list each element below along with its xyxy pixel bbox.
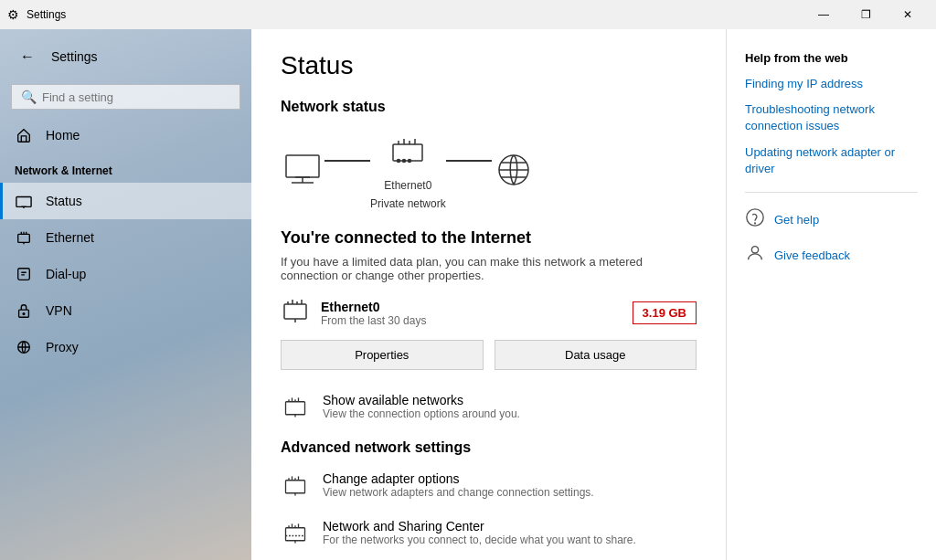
change-adapter-title: Change adapter options (323, 471, 594, 486)
home-icon (15, 126, 33, 144)
advanced-title: Advanced network settings (281, 439, 697, 456)
svg-point-6 (23, 313, 25, 315)
ethernet-sub: From the last 30 days (321, 314, 426, 327)
router-device: Ethernet0 Private network (370, 130, 446, 210)
ethernet-device-label: Ethernet0 (384, 179, 431, 192)
computer-device (281, 148, 324, 192)
sharing-center-text: Network and Sharing Center For the netwo… (323, 519, 636, 546)
svg-rect-3 (18, 234, 30, 242)
search-box[interactable]: 🔍 (11, 84, 240, 110)
search-icon: 🔍 (21, 90, 37, 104)
svg-rect-40 (286, 528, 305, 541)
title-bar-title: Settings (27, 8, 66, 21)
svg-rect-22 (284, 304, 306, 319)
ethernet-name: Ethernet0 (321, 300, 426, 314)
show-networks-title: Show available networks (323, 393, 520, 407)
sidebar-header: ← Settings (0, 29, 251, 77)
change-adapter-icon (281, 470, 310, 500)
dialup-icon (15, 265, 33, 283)
svg-rect-34 (286, 481, 305, 493)
svg-rect-0 (16, 197, 31, 207)
right-panel: Help from the web Finding my IP address … (726, 29, 936, 560)
sidebar-item-home-label: Home (46, 128, 80, 143)
get-help-action[interactable]: Get help (745, 207, 918, 232)
connected-desc: If you have a limited data plan, you can… (281, 255, 697, 282)
change-adapter-sub: View network adapters and change connect… (323, 486, 594, 499)
sidebar-item-ethernet-label: Ethernet (46, 230, 94, 245)
help-title: Help from the web (745, 51, 918, 65)
network-status-title: Network status (281, 99, 697, 115)
svg-rect-12 (393, 144, 422, 161)
get-help-icon (745, 207, 765, 232)
help-link-ip[interactable]: Finding my IP address (745, 76, 918, 92)
button-row: Properties Data usage (281, 340, 697, 370)
connected-title: You're connected to the Internet (281, 228, 697, 248)
maximize-button[interactable]: ❐ (845, 0, 887, 29)
sidebar-item-vpn-label: VPN (46, 303, 72, 318)
show-networks-item[interactable]: Show available networks View the connect… (281, 392, 697, 421)
title-bar: ⚙ Settings — ❐ ✕ (0, 0, 936, 29)
svg-point-48 (755, 223, 756, 224)
svg-rect-28 (286, 402, 305, 415)
get-help-label: Get help (774, 213, 819, 227)
sidebar-item-proxy-label: Proxy (46, 340, 79, 354)
show-networks-sub: View the connection options around you. (323, 407, 520, 420)
back-button[interactable]: ← (15, 44, 40, 69)
change-adapter-text: Change adapter options View network adap… (323, 471, 594, 499)
data-usage-button[interactable]: Data usage (495, 340, 697, 370)
help-link-driver[interactable]: Updating network adapter or driver (745, 144, 918, 177)
main-panel: Status Network status (251, 29, 726, 560)
svg-point-49 (751, 247, 758, 253)
sidebar-item-ethernet[interactable]: Ethernet (0, 219, 251, 256)
sidebar-item-status[interactable]: Status (0, 183, 251, 219)
give-feedback-icon (745, 243, 765, 268)
vpn-icon (15, 301, 33, 320)
sidebar-item-status-label: Status (46, 194, 82, 208)
sidebar-item-proxy[interactable]: Proxy (0, 329, 251, 365)
svg-point-19 (409, 160, 411, 163)
network-line-1 (324, 160, 370, 162)
status-icon (15, 192, 33, 210)
give-feedback-action[interactable]: Give feedback (745, 243, 918, 268)
svg-point-17 (398, 160, 400, 163)
sidebar-section-label: Network & Internet (0, 153, 251, 183)
minimize-button[interactable]: — (803, 0, 845, 29)
show-networks-icon (281, 392, 310, 421)
sidebar: ← Settings 🔍 Home Network & Internet (0, 29, 251, 560)
search-input[interactable] (42, 90, 230, 104)
properties-button[interactable]: Properties (281, 340, 484, 370)
show-networks-text: Show available networks View the connect… (323, 393, 520, 420)
sharing-center-item[interactable]: Network and Sharing Center For the netwo… (281, 518, 697, 547)
give-feedback-label: Give feedback (774, 248, 850, 262)
proxy-icon (15, 338, 33, 356)
ethernet-card-icon (281, 297, 310, 329)
sidebar-item-home[interactable]: Home (0, 117, 251, 153)
sharing-center-title: Network and Sharing Center (323, 519, 636, 534)
title-bar-controls: — ❐ ✕ (803, 0, 929, 29)
network-diagram: Ethernet0 Private network (281, 130, 697, 210)
help-link-troubleshoot[interactable]: Troubleshooting network connection issue… (745, 101, 918, 134)
app-body: ← Settings 🔍 Home Network & Internet (0, 29, 936, 560)
sharing-center-sub: For the networks you connect to, decide … (323, 534, 636, 546)
svg-rect-8 (286, 155, 319, 177)
network-type-label: Private network (370, 197, 446, 210)
network-line-2 (446, 160, 492, 162)
sidebar-item-dialup-label: Dial-up (46, 267, 86, 281)
title-bar-left: ⚙ Settings (7, 7, 66, 22)
ethernet-nav-icon (15, 228, 33, 247)
ethernet-left: Ethernet0 From the last 30 days (281, 297, 426, 329)
sidebar-item-dialup[interactable]: Dial-up (0, 256, 251, 292)
sidebar-item-vpn[interactable]: VPN (0, 292, 251, 329)
app-title: Settings (51, 49, 98, 64)
svg-point-18 (403, 160, 406, 163)
help-divider (745, 192, 918, 193)
ethernet-card: Ethernet0 From the last 30 days 3.19 GB (281, 297, 697, 329)
data-badge: 3.19 GB (633, 301, 697, 324)
internet-device (492, 148, 536, 192)
change-adapter-item[interactable]: Change adapter options View network adap… (281, 470, 697, 500)
close-button[interactable]: ✕ (887, 0, 929, 29)
settings-app-icon: ⚙ (7, 7, 19, 22)
ethernet-info: Ethernet0 From the last 30 days (321, 300, 426, 327)
page-title: Status (281, 51, 697, 80)
sharing-center-icon (281, 518, 310, 547)
